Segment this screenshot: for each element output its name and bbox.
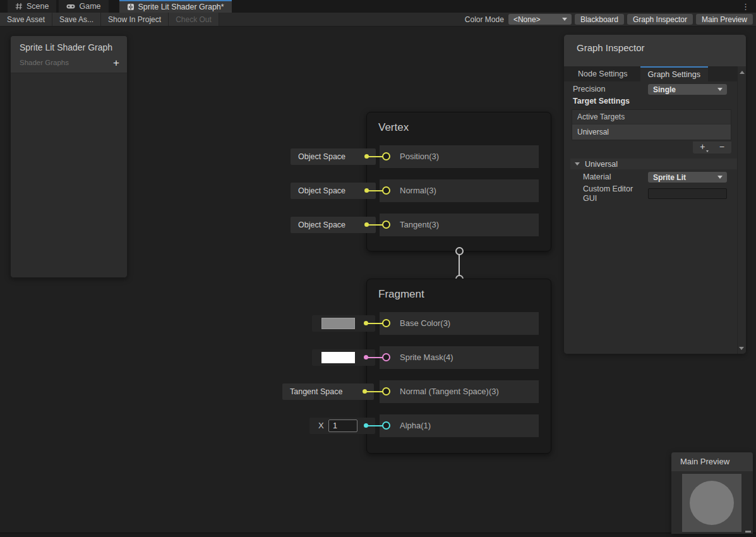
active-targets-header: Active Targets [572, 110, 731, 124]
alpha-port-label: Alpha(1) [400, 414, 539, 437]
position-space-dropdown[interactable]: Object Space [291, 148, 376, 165]
universal-foldout[interactable]: Universal [570, 159, 737, 169]
resize-handle[interactable] [745, 531, 751, 533]
inspector-scrollbar[interactable] [737, 66, 746, 354]
graph-settings-content: Precision Single Target Settings Active … [564, 81, 737, 354]
alpha-value-field[interactable]: 1 [328, 419, 357, 432]
fragment-row-normal-ts: Normal (Tangent Space)(3) [380, 380, 539, 403]
base-color-picker[interactable] [312, 315, 375, 332]
check-out-button: Check Out [169, 13, 219, 26]
material-label: Material [583, 172, 611, 181]
tab-shader-graph[interactable]: Sprite Lit Shader Graph* [119, 0, 232, 13]
fragment-node[interactable]: Fragment Base Color(3) Sprite Mask(4) No… [366, 279, 551, 454]
gamepad-icon [66, 3, 75, 9]
base-color-swatch[interactable] [321, 318, 355, 329]
active-targets-box: Active Targets Universal [572, 109, 731, 140]
edge-alpha [366, 425, 383, 426]
chevron-down-icon [562, 18, 567, 21]
preview-sprite-circle [690, 481, 734, 525]
graph-inspector-panel[interactable]: Graph Inspector Node Settings Graph Sett… [564, 35, 746, 354]
color-mode-dropdown[interactable]: <None> [508, 14, 572, 25]
tab-shader-graph-label: Sprite Lit Shader Graph* [138, 3, 224, 11]
scroll-up-icon[interactable] [740, 71, 745, 74]
sprite-mask-swatch[interactable] [321, 352, 355, 363]
universal-foldout-label: Universal [585, 160, 618, 169]
custom-editor-gui-label: Custom Editor GUI [583, 184, 644, 203]
show-in-project-button[interactable]: Show In Project [101, 13, 169, 26]
normal-ts-space-dropdown[interactable]: Tangent Space [282, 383, 374, 400]
edge-tangent [366, 224, 383, 226]
grid-icon [15, 3, 23, 10]
position-port-label: Position(3) [400, 145, 539, 168]
vertex-out-connector[interactable] [455, 247, 464, 255]
base-color-port-label: Base Color(3) [400, 312, 539, 335]
remove-target-button[interactable]: − [712, 142, 732, 154]
scroll-down-icon[interactable] [739, 347, 744, 350]
tab-game[interactable]: Game [59, 0, 108, 13]
custom-editor-gui-field[interactable] [648, 188, 727, 199]
window-bottom-strip [0, 533, 756, 537]
shader-graph-icon [127, 3, 135, 11]
tab-graph-settings[interactable]: Graph Settings [640, 66, 708, 81]
edge-sprite-mask [366, 357, 383, 358]
target-list-buttons: + − [693, 142, 731, 154]
edge-normal-ts [366, 391, 383, 392]
save-as-button[interactable]: Save As... [52, 13, 101, 26]
precision-value: Single [653, 85, 676, 94]
chevron-down-icon [717, 176, 723, 179]
color-mode-value: <None> [513, 15, 541, 24]
alpha-value-widget: X 1 [309, 418, 375, 434]
main-preview-toggle-button[interactable]: Main Preview [696, 14, 753, 25]
edge-base-color [366, 323, 383, 324]
tab-node-settings[interactable]: Node Settings [570, 66, 635, 81]
tangent-space-dropdown[interactable]: Object Space [291, 217, 376, 233]
toolbar-left-group: Save Asset Save As... Show In Project Ch… [0, 13, 219, 26]
preview-render-quad [682, 474, 741, 532]
main-preview-header: Main Preview [671, 452, 753, 471]
fragment-row-sprite-mask: Sprite Mask(4) [380, 346, 539, 369]
tab-scene-label: Scene [27, 2, 49, 11]
blackboard-title: Sprite Lit Shader Graph [20, 42, 118, 52]
save-asset-button[interactable]: Save Asset [0, 13, 52, 26]
blackboard-header: Sprite Lit Shader Graph Shader Graphs + [11, 36, 127, 73]
tab-game-label: Game [79, 2, 100, 11]
tab-scene[interactable]: Scene [8, 0, 56, 13]
mini-dropdown-icon [706, 150, 709, 152]
edge-normal [366, 190, 383, 191]
inspector-tab-strip: Node Settings Graph Settings [564, 66, 737, 81]
add-property-button[interactable]: + [113, 57, 119, 68]
material-value: Sprite Lit [653, 173, 686, 182]
fragment-node-title: Fragment [378, 288, 424, 301]
shader-graph-toolbar: Save Asset Save As... Show In Project Ch… [0, 13, 756, 27]
toolbar-right-group: Color Mode <None> Blackboard Graph Inspe… [465, 14, 756, 25]
fragment-row-alpha: Alpha(1) [380, 414, 539, 437]
graph-inspector-toggle-button[interactable]: Graph Inspector [627, 14, 693, 25]
vertex-node-title: Vertex [378, 121, 409, 134]
foldout-arrow-icon [575, 162, 580, 166]
material-dropdown[interactable]: Sprite Lit [648, 172, 727, 183]
vertex-row-normal: Normal(3) [380, 179, 539, 202]
normal-port-label: Normal(3) [400, 179, 539, 202]
precision-dropdown[interactable]: Single [648, 84, 727, 95]
add-target-button[interactable]: + [693, 142, 712, 154]
edge-position [366, 156, 383, 157]
editor-tab-bar: Scene Game Sprite Lit Shader Graph* ⋮ [0, 0, 756, 13]
kebab-menu-icon[interactable]: ⋮ [741, 0, 756, 13]
fragment-row-base-color: Base Color(3) [380, 312, 539, 335]
blackboard-subtitle: Shader Graphs [20, 59, 118, 66]
blackboard-panel[interactable]: Sprite Lit Shader Graph Shader Graphs + [10, 35, 128, 278]
sprite-mask-picker[interactable] [312, 349, 375, 366]
main-preview-panel[interactable]: Main Preview [671, 452, 753, 534]
active-target-universal[interactable]: Universal [572, 124, 731, 140]
vertex-node[interactable]: Vertex Position(3) Normal(3) Tangent(3) [366, 112, 551, 251]
graph-inspector-title: Graph Inspector [564, 35, 746, 53]
target-settings-heading: Target Settings [573, 97, 630, 106]
normal-ts-port-label: Normal (Tangent Space)(3) [400, 380, 539, 403]
graph-inspector-header: Graph Inspector [564, 35, 746, 66]
vertex-row-tangent: Tangent(3) [380, 214, 539, 236]
tangent-port-label: Tangent(3) [400, 214, 539, 236]
sprite-mask-port-label: Sprite Mask(4) [400, 346, 539, 369]
normal-space-dropdown[interactable]: Object Space [291, 183, 376, 199]
blackboard-toggle-button[interactable]: Blackboard [575, 14, 624, 25]
main-preview-body [671, 471, 753, 534]
